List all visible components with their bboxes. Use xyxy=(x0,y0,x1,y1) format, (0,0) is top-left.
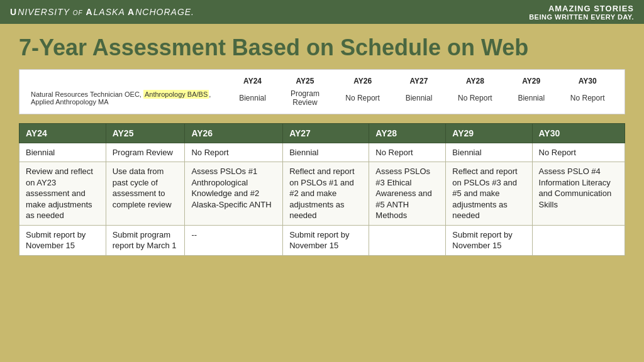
ref-header-ay27: AY27 xyxy=(393,75,444,87)
ref-header-ay29: AY29 xyxy=(506,75,557,87)
main-header-ay28: AY28 xyxy=(369,123,446,143)
highlighted-program: Anthropology BA/BS xyxy=(143,90,209,99)
main-header-ay27: AY27 xyxy=(283,123,369,143)
ref-header-ay28: AY28 xyxy=(445,75,506,87)
action-ay27: Reflect and report on PSLOs #1 and #2 an… xyxy=(283,162,369,226)
page-title: 7-Year Assessment Based on Schedule on W… xyxy=(19,35,625,60)
action-ay25: Use data from past cycle of assessment t… xyxy=(106,162,185,226)
deadline-ay24: Submit report by November 15 xyxy=(19,225,106,255)
main-assessment-table: AY24 AY25 AY26 AY27 AY28 AY29 AY30 Bienn… xyxy=(19,123,625,256)
ref-header-ay26: AY26 xyxy=(332,75,394,87)
main-content: 7-Year Assessment Based on Schedule on W… xyxy=(0,24,644,265)
table-row-status: Biennial Program Review No Report Bienni… xyxy=(19,143,625,162)
ref-header-blank xyxy=(26,75,227,87)
action-ay26: Assess PSLOs #1 Anthropological Knowledg… xyxy=(185,162,283,226)
ref-cell-ay30: No Report xyxy=(557,87,618,109)
ref-cell-ay24: Biennial xyxy=(227,87,278,109)
ref-header-ay24: AY24 xyxy=(227,75,278,87)
status-ay24: Biennial xyxy=(19,143,106,162)
action-ay30: Assess PSLO #4 Information Literacy and … xyxy=(532,162,625,226)
table-row-actions: Review and reflect on AY23 assessment an… xyxy=(19,162,625,226)
ref-cell-ay28: No Report xyxy=(445,87,506,109)
deadline-ay29: Submit report by November 15 xyxy=(446,225,532,255)
ref-cell-ay29: Biennial xyxy=(506,87,557,109)
main-header-ay26: AY26 xyxy=(185,123,283,143)
top-banner: UNIVERSITY of ALASKA ANCHORAGE. AMAZING … xyxy=(0,0,644,24)
main-header-ay25: AY25 xyxy=(106,123,185,143)
university-logo-text: UNIVERSITY of ALASKA ANCHORAGE. xyxy=(10,7,194,17)
deadline-ay25: Submit program report by March 1 xyxy=(106,225,185,255)
deadline-ay30 xyxy=(532,225,625,255)
ref-cell-ay25: ProgramReview xyxy=(278,87,332,109)
ref-header-ay30: AY30 xyxy=(557,75,618,87)
main-header-ay24: AY24 xyxy=(19,123,106,143)
status-ay25: Program Review xyxy=(106,143,185,162)
status-ay30: No Report xyxy=(532,143,625,162)
tagline: AMAZING STORIES Being Written Every Day. xyxy=(529,4,634,21)
action-ay29: Reflect and report on PSLOs #3 and #5 an… xyxy=(446,162,532,226)
main-header-ay30: AY30 xyxy=(532,123,625,143)
ref-cell-ay26: No Report xyxy=(332,87,394,109)
ref-cell-ay27: Biennial xyxy=(393,87,444,109)
ref-program-name: Natural Resources Technician OEC, Anthro… xyxy=(26,87,227,109)
status-ay26: No Report xyxy=(185,143,283,162)
main-header-ay29: AY29 xyxy=(446,123,532,143)
status-ay28: No Report xyxy=(369,143,446,162)
deadline-ay26: -- xyxy=(185,225,283,255)
status-ay27: Biennial xyxy=(283,143,369,162)
reference-table: AY24 AY25 AY26 AY27 AY28 AY29 AY30 Natur… xyxy=(26,75,618,109)
deadline-ay28 xyxy=(369,225,446,255)
reference-table-container: AY24 AY25 AY26 AY27 AY28 AY29 AY30 Natur… xyxy=(19,69,625,114)
table-row-deadlines: Submit report by November 15 Submit prog… xyxy=(19,225,625,255)
status-ay29: Biennial xyxy=(446,143,532,162)
deadline-ay27: Submit report by November 15 xyxy=(283,225,369,255)
action-ay24: Review and reflect on AY23 assessment an… xyxy=(19,162,106,226)
ref-header-ay25: AY25 xyxy=(278,75,332,87)
action-ay28: Assess PSLOs #3 Ethical Awareness and #5… xyxy=(369,162,446,226)
